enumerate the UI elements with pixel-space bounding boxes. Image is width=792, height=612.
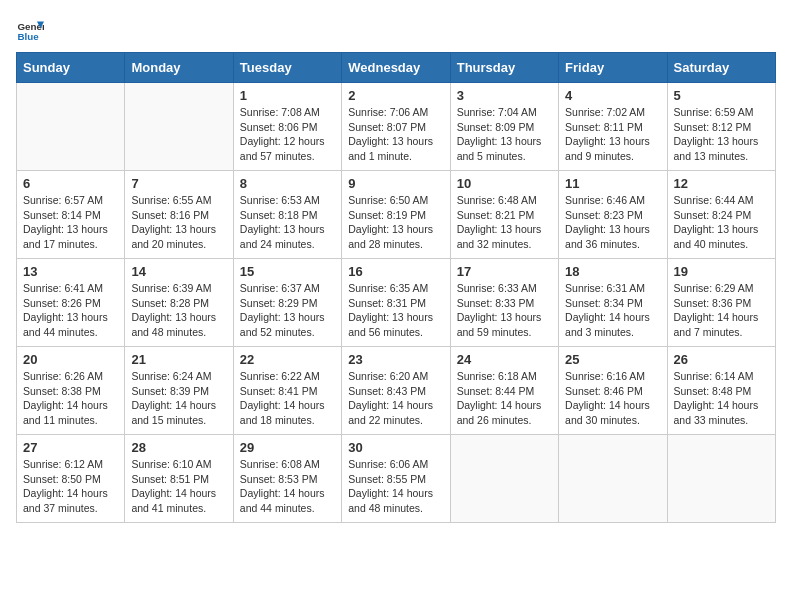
- header-monday: Monday: [125, 53, 233, 83]
- calendar-cell: 5Sunrise: 6:59 AMSunset: 8:12 PMDaylight…: [667, 83, 775, 171]
- day-info: Sunrise: 6:26 AMSunset: 8:38 PMDaylight:…: [23, 369, 118, 428]
- day-info: Sunrise: 6:35 AMSunset: 8:31 PMDaylight:…: [348, 281, 443, 340]
- day-info: Sunrise: 6:10 AMSunset: 8:51 PMDaylight:…: [131, 457, 226, 516]
- day-number: 16: [348, 264, 443, 279]
- day-info: Sunrise: 6:18 AMSunset: 8:44 PMDaylight:…: [457, 369, 552, 428]
- header-tuesday: Tuesday: [233, 53, 341, 83]
- day-number: 5: [674, 88, 769, 103]
- day-number: 9: [348, 176, 443, 191]
- day-info: Sunrise: 6:22 AMSunset: 8:41 PMDaylight:…: [240, 369, 335, 428]
- day-number: 13: [23, 264, 118, 279]
- calendar-cell: 7Sunrise: 6:55 AMSunset: 8:16 PMDaylight…: [125, 171, 233, 259]
- day-number: 21: [131, 352, 226, 367]
- day-number: 8: [240, 176, 335, 191]
- day-info: Sunrise: 6:24 AMSunset: 8:39 PMDaylight:…: [131, 369, 226, 428]
- calendar-cell: 6Sunrise: 6:57 AMSunset: 8:14 PMDaylight…: [17, 171, 125, 259]
- day-number: 22: [240, 352, 335, 367]
- day-info: Sunrise: 6:39 AMSunset: 8:28 PMDaylight:…: [131, 281, 226, 340]
- day-info: Sunrise: 6:29 AMSunset: 8:36 PMDaylight:…: [674, 281, 769, 340]
- calendar-cell: [667, 435, 775, 523]
- calendar-cell: 22Sunrise: 6:22 AMSunset: 8:41 PMDayligh…: [233, 347, 341, 435]
- calendar-cell: 9Sunrise: 6:50 AMSunset: 8:19 PMDaylight…: [342, 171, 450, 259]
- day-info: Sunrise: 6:53 AMSunset: 8:18 PMDaylight:…: [240, 193, 335, 252]
- day-number: 12: [674, 176, 769, 191]
- day-number: 1: [240, 88, 335, 103]
- day-info: Sunrise: 6:06 AMSunset: 8:55 PMDaylight:…: [348, 457, 443, 516]
- day-number: 11: [565, 176, 660, 191]
- day-info: Sunrise: 6:44 AMSunset: 8:24 PMDaylight:…: [674, 193, 769, 252]
- calendar-cell: 29Sunrise: 6:08 AMSunset: 8:53 PMDayligh…: [233, 435, 341, 523]
- calendar-cell: 8Sunrise: 6:53 AMSunset: 8:18 PMDaylight…: [233, 171, 341, 259]
- calendar-cell: 2Sunrise: 7:06 AMSunset: 8:07 PMDaylight…: [342, 83, 450, 171]
- day-number: 28: [131, 440, 226, 455]
- day-number: 3: [457, 88, 552, 103]
- day-number: 23: [348, 352, 443, 367]
- day-info: Sunrise: 7:08 AMSunset: 8:06 PMDaylight:…: [240, 105, 335, 164]
- calendar-cell: 26Sunrise: 6:14 AMSunset: 8:48 PMDayligh…: [667, 347, 775, 435]
- calendar: SundayMondayTuesdayWednesdayThursdayFrid…: [16, 52, 776, 523]
- header-thursday: Thursday: [450, 53, 558, 83]
- day-number: 6: [23, 176, 118, 191]
- calendar-cell: [559, 435, 667, 523]
- day-info: Sunrise: 6:33 AMSunset: 8:33 PMDaylight:…: [457, 281, 552, 340]
- day-number: 30: [348, 440, 443, 455]
- week-row-2: 6Sunrise: 6:57 AMSunset: 8:14 PMDaylight…: [17, 171, 776, 259]
- day-info: Sunrise: 6:08 AMSunset: 8:53 PMDaylight:…: [240, 457, 335, 516]
- header-saturday: Saturday: [667, 53, 775, 83]
- day-number: 2: [348, 88, 443, 103]
- calendar-cell: 28Sunrise: 6:10 AMSunset: 8:51 PMDayligh…: [125, 435, 233, 523]
- calendar-cell: 3Sunrise: 7:04 AMSunset: 8:09 PMDaylight…: [450, 83, 558, 171]
- calendar-cell: 23Sunrise: 6:20 AMSunset: 8:43 PMDayligh…: [342, 347, 450, 435]
- day-number: 25: [565, 352, 660, 367]
- day-info: Sunrise: 6:55 AMSunset: 8:16 PMDaylight:…: [131, 193, 226, 252]
- calendar-cell: 18Sunrise: 6:31 AMSunset: 8:34 PMDayligh…: [559, 259, 667, 347]
- day-info: Sunrise: 6:48 AMSunset: 8:21 PMDaylight:…: [457, 193, 552, 252]
- calendar-cell: [125, 83, 233, 171]
- calendar-cell: 30Sunrise: 6:06 AMSunset: 8:55 PMDayligh…: [342, 435, 450, 523]
- calendar-cell: 20Sunrise: 6:26 AMSunset: 8:38 PMDayligh…: [17, 347, 125, 435]
- day-info: Sunrise: 7:06 AMSunset: 8:07 PMDaylight:…: [348, 105, 443, 164]
- day-info: Sunrise: 6:12 AMSunset: 8:50 PMDaylight:…: [23, 457, 118, 516]
- day-number: 10: [457, 176, 552, 191]
- day-info: Sunrise: 7:02 AMSunset: 8:11 PMDaylight:…: [565, 105, 660, 164]
- logo-icon: General Blue: [16, 16, 44, 44]
- day-number: 17: [457, 264, 552, 279]
- calendar-cell: [17, 83, 125, 171]
- day-number: 15: [240, 264, 335, 279]
- week-row-5: 27Sunrise: 6:12 AMSunset: 8:50 PMDayligh…: [17, 435, 776, 523]
- calendar-cell: 14Sunrise: 6:39 AMSunset: 8:28 PMDayligh…: [125, 259, 233, 347]
- day-number: 19: [674, 264, 769, 279]
- calendar-cell: 12Sunrise: 6:44 AMSunset: 8:24 PMDayligh…: [667, 171, 775, 259]
- day-number: 7: [131, 176, 226, 191]
- day-info: Sunrise: 6:31 AMSunset: 8:34 PMDaylight:…: [565, 281, 660, 340]
- day-number: 20: [23, 352, 118, 367]
- day-number: 27: [23, 440, 118, 455]
- day-info: Sunrise: 6:14 AMSunset: 8:48 PMDaylight:…: [674, 369, 769, 428]
- calendar-cell: 24Sunrise: 6:18 AMSunset: 8:44 PMDayligh…: [450, 347, 558, 435]
- day-number: 24: [457, 352, 552, 367]
- calendar-cell: 19Sunrise: 6:29 AMSunset: 8:36 PMDayligh…: [667, 259, 775, 347]
- svg-text:Blue: Blue: [17, 31, 39, 42]
- day-info: Sunrise: 6:16 AMSunset: 8:46 PMDaylight:…: [565, 369, 660, 428]
- day-info: Sunrise: 6:50 AMSunset: 8:19 PMDaylight:…: [348, 193, 443, 252]
- calendar-cell: [450, 435, 558, 523]
- calendar-cell: 4Sunrise: 7:02 AMSunset: 8:11 PMDaylight…: [559, 83, 667, 171]
- day-number: 4: [565, 88, 660, 103]
- day-info: Sunrise: 7:04 AMSunset: 8:09 PMDaylight:…: [457, 105, 552, 164]
- day-number: 14: [131, 264, 226, 279]
- calendar-cell: 1Sunrise: 7:08 AMSunset: 8:06 PMDaylight…: [233, 83, 341, 171]
- calendar-cell: 11Sunrise: 6:46 AMSunset: 8:23 PMDayligh…: [559, 171, 667, 259]
- header-sunday: Sunday: [17, 53, 125, 83]
- header: General Blue: [16, 16, 776, 44]
- day-info: Sunrise: 6:46 AMSunset: 8:23 PMDaylight:…: [565, 193, 660, 252]
- header-friday: Friday: [559, 53, 667, 83]
- day-number: 29: [240, 440, 335, 455]
- calendar-cell: 17Sunrise: 6:33 AMSunset: 8:33 PMDayligh…: [450, 259, 558, 347]
- calendar-cell: 25Sunrise: 6:16 AMSunset: 8:46 PMDayligh…: [559, 347, 667, 435]
- calendar-cell: 10Sunrise: 6:48 AMSunset: 8:21 PMDayligh…: [450, 171, 558, 259]
- day-number: 26: [674, 352, 769, 367]
- calendar-cell: 27Sunrise: 6:12 AMSunset: 8:50 PMDayligh…: [17, 435, 125, 523]
- week-row-3: 13Sunrise: 6:41 AMSunset: 8:26 PMDayligh…: [17, 259, 776, 347]
- calendar-header-row: SundayMondayTuesdayWednesdayThursdayFrid…: [17, 53, 776, 83]
- calendar-cell: 15Sunrise: 6:37 AMSunset: 8:29 PMDayligh…: [233, 259, 341, 347]
